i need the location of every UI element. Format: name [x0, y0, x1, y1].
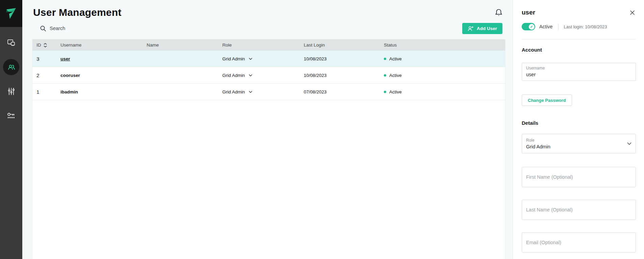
bell-icon: [494, 8, 503, 18]
sort-icon[interactable]: [44, 43, 47, 48]
cell-name: [143, 84, 218, 100]
sidebar: [0, 0, 22, 259]
table-row[interactable]: 3 user Grid Admin 10/08/2023 Active: [32, 51, 505, 67]
toolbar: Add User: [33, 22, 502, 34]
cell-last-login: 10/08/2023: [300, 51, 380, 67]
status-dot-icon: [384, 58, 386, 60]
username-field-label: Username: [526, 66, 631, 70]
column-header-name[interactable]: Name: [143, 39, 218, 51]
status-dot-icon: [384, 91, 386, 93]
cell-status: Active: [380, 51, 505, 67]
users-icon: [7, 63, 16, 72]
chevron-down-icon: [249, 74, 252, 77]
logo-icon: [5, 6, 18, 21]
active-toggle[interactable]: ✓: [522, 23, 535, 30]
users-table: ID Username Name Role Last Login Status …: [32, 39, 505, 259]
divider: [558, 24, 559, 30]
sidebar-item-users[interactable]: [3, 59, 19, 75]
role-select-value: Grid Admin: [526, 144, 550, 149]
close-panel-button[interactable]: [630, 10, 636, 16]
email-field[interactable]: [522, 232, 636, 253]
add-user-button[interactable]: Add User: [462, 23, 502, 34]
column-header-status[interactable]: Status: [380, 39, 505, 51]
cell-id: 1: [32, 84, 56, 100]
divider: [522, 39, 636, 39]
role-dropdown[interactable]: Grid Admin: [218, 51, 300, 67]
page-title: User Management: [33, 7, 121, 18]
cell-status: Active: [380, 67, 505, 83]
status-dot-icon: [384, 74, 386, 77]
chevron-down-icon: [627, 142, 631, 145]
cell-name: [143, 67, 218, 83]
search-icon: [40, 25, 46, 32]
user-plus-icon: [468, 26, 474, 31]
toggle-label: Active: [539, 24, 553, 29]
main-content: User Management Add User ID: [22, 0, 513, 259]
cell-id: 3: [32, 51, 56, 67]
notifications-button[interactable]: [494, 8, 503, 18]
cell-name: [143, 51, 218, 67]
last-name-field[interactable]: [522, 200, 636, 220]
username-link[interactable]: ibadmin: [56, 84, 143, 100]
role-select[interactable]: Role Grid Admin: [522, 134, 636, 153]
username-link[interactable]: cooruser: [56, 67, 143, 83]
cell-id: 2: [32, 67, 56, 83]
username-field[interactable]: Username user: [522, 63, 636, 81]
panel-title: user: [522, 9, 535, 16]
column-header-username[interactable]: Username: [56, 39, 143, 51]
first-name-field[interactable]: [522, 167, 636, 187]
column-header-id[interactable]: ID: [32, 39, 56, 51]
user-detail-panel: user ✓ Active Last login: 10/08/2023 Acc…: [513, 0, 644, 259]
sidebar-item-devices[interactable]: [3, 35, 19, 51]
sidebar-item-settings[interactable]: [3, 83, 19, 99]
check-icon: ✓: [529, 24, 535, 30]
username-link[interactable]: user: [56, 51, 143, 67]
column-header-role[interactable]: Role: [218, 39, 300, 51]
brand-logo[interactable]: [0, 0, 22, 27]
last-login-text: Last login: 10/08/2023: [564, 24, 607, 29]
sliders-icon: [7, 87, 16, 96]
role-dropdown[interactable]: Grid Admin: [218, 84, 300, 100]
sidebar-item-access-keys[interactable]: [3, 108, 19, 124]
add-user-label: Add User: [477, 26, 497, 31]
close-icon: [630, 10, 635, 15]
change-password-button[interactable]: Change Password: [522, 94, 572, 106]
devices-icon: [7, 38, 16, 47]
table-row[interactable]: 1 ibadmin Grid Admin 07/08/2023 Active: [32, 84, 505, 100]
role-select-label: Role: [526, 138, 550, 143]
key-icon: [7, 112, 16, 120]
chevron-down-icon: [249, 91, 252, 93]
username-field-value: user: [526, 72, 631, 77]
cell-status: Active: [380, 84, 505, 100]
column-header-last-login[interactable]: Last Login: [300, 39, 380, 51]
table-row[interactable]: 2 cooruser Grid Admin 10/08/2023 Active: [32, 67, 505, 84]
cell-last-login: 07/08/2023: [300, 84, 380, 100]
details-section-heading: Details: [522, 120, 636, 126]
search-box[interactable]: [40, 22, 124, 34]
account-section-heading: Account: [522, 47, 636, 53]
table-header-row: ID Username Name Role Last Login Status: [32, 39, 505, 51]
role-dropdown[interactable]: Grid Admin: [218, 67, 300, 83]
cell-last-login: 10/08/2023: [300, 67, 380, 83]
chevron-down-icon: [249, 58, 252, 60]
search-input[interactable]: [50, 26, 124, 31]
